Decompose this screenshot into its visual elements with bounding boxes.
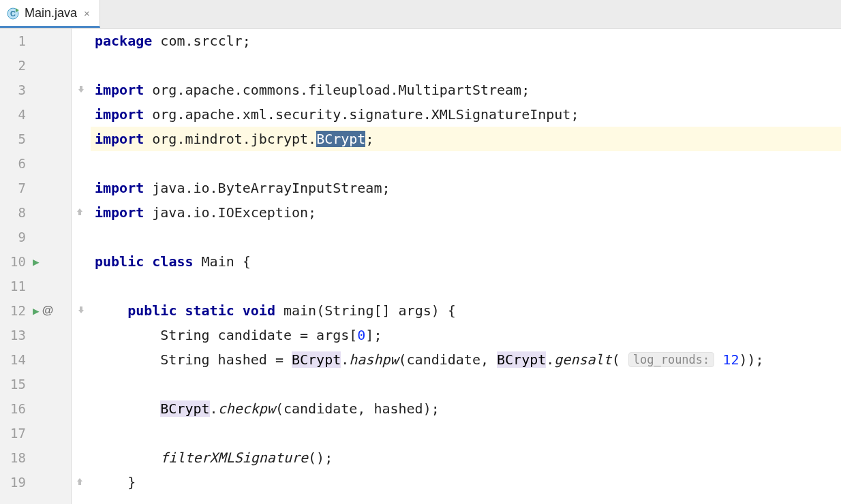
code-line: package com.srcclr;	[91, 29, 841, 53]
selection: BCrypt	[316, 131, 365, 147]
code-line	[91, 225, 841, 249]
close-icon[interactable]: ×	[82, 7, 91, 19]
line-number: 14	[0, 352, 30, 367]
line-number: 6	[0, 156, 30, 171]
code-line: }	[91, 470, 841, 494]
java-class-icon: C	[7, 7, 19, 19]
code-line	[91, 421, 841, 445]
code-line	[91, 372, 841, 396]
override-icon[interactable]: @	[42, 304, 54, 317]
line-number: 19	[0, 475, 30, 490]
line-number: 9	[0, 230, 30, 245]
line-number: 1	[0, 33, 30, 48]
code-line	[91, 53, 841, 78]
fold-collapse-icon[interactable]	[76, 207, 85, 217]
code-line: filterXMLSignature();	[91, 445, 841, 470]
line-number: 2	[0, 58, 30, 73]
line-number: 3	[0, 82, 30, 97]
line-number: 5	[0, 131, 30, 146]
line-number: 12	[0, 303, 30, 318]
line-number: 18	[0, 450, 30, 465]
code-line: import java.io.ByteArrayInputStream;	[91, 176, 841, 200]
run-method-icon[interactable]: ▶	[33, 304, 40, 317]
code-line	[91, 274, 841, 298]
identifier-usage: BCrypt	[292, 351, 341, 368]
fold-column[interactable]	[72, 29, 91, 504]
identifier-usage: BCrypt	[497, 351, 546, 368]
code-line: String candidate = args[0];	[91, 323, 841, 347]
code-area[interactable]: package com.srcclr; import org.apache.co…	[91, 29, 841, 504]
editor: 1 2 3 4 5 6 7 8 9 10 ▶ 11 12 ▶ @ 13 14 1…	[0, 29, 841, 504]
parameter-hint: log_rounds:	[628, 352, 715, 367]
code-line: BCrypt.checkpw(candidate, hashed);	[91, 396, 841, 421]
line-number: 8	[0, 205, 30, 220]
tab-filename: Main.java	[25, 6, 77, 20]
fold-expand-icon[interactable]	[76, 84, 85, 94]
code-line	[91, 151, 841, 176]
identifier-usage: BCrypt	[160, 400, 209, 417]
line-number: 10	[0, 254, 30, 269]
code-line: public class Main {	[91, 249, 841, 274]
line-number: 15	[0, 377, 30, 392]
editor-tab[interactable]: C Main.java ×	[0, 0, 100, 28]
line-number: 7	[0, 180, 30, 195]
line-number: 13	[0, 328, 30, 343]
code-line: import java.io.IOException;	[91, 200, 841, 225]
line-number: 4	[0, 107, 30, 122]
line-number: 16	[0, 401, 30, 416]
run-class-icon[interactable]: ▶	[33, 255, 40, 268]
svg-text:C: C	[10, 10, 16, 18]
code-line: import org.apache.commons.fileupload.Mul…	[91, 78, 841, 102]
line-number: 11	[0, 279, 30, 294]
line-number: 17	[0, 426, 30, 441]
code-line: import org.apache.xml.security.signature…	[91, 102, 841, 127]
tab-bar: C Main.java ×	[0, 0, 841, 29]
fold-collapse-icon[interactable]	[76, 477, 85, 486]
code-line-current: import org.mindrot.jbcrypt.BCrypt;	[91, 127, 841, 151]
code-line: public static void main(String[] args) {	[91, 298, 841, 323]
fold-expand-icon[interactable]	[76, 305, 85, 315]
gutter[interactable]: 1 2 3 4 5 6 7 8 9 10 ▶ 11 12 ▶ @ 13 14 1…	[0, 29, 72, 504]
code-line: String hashed = BCrypt.hashpw(candidate,…	[91, 347, 841, 372]
